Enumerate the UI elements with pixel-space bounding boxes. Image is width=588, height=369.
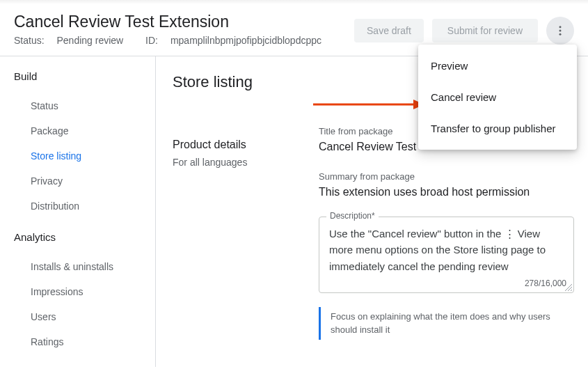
- menu-item-preview[interactable]: Preview: [418, 50, 577, 81]
- description-label: Description*: [326, 211, 379, 221]
- sidebar-item-privacy[interactable]: Privacy: [14, 168, 155, 194]
- save-draft-button[interactable]: Save draft: [354, 19, 424, 42]
- nav-section-analytics: Analytics: [14, 231, 155, 243]
- language-note: For all languages: [173, 157, 291, 168]
- sidebar: Build Status Package Store listing Priva…: [0, 56, 156, 367]
- sidebar-item-impressions[interactable]: Impressions: [14, 279, 155, 304]
- description-hint: Focus on explaining what the item does a…: [319, 307, 574, 340]
- submit-review-button[interactable]: Submit for review: [432, 19, 538, 42]
- menu-item-transfer[interactable]: Transfer to group publisher: [418, 113, 577, 144]
- svg-point-2: [559, 33, 562, 36]
- page-subline: Status: Pending review ID: mpamplilnbpmj…: [14, 35, 354, 46]
- svg-point-0: [559, 26, 562, 28]
- section-title: Store listing: [173, 73, 291, 91]
- sidebar-item-distribution[interactable]: Distribution: [14, 194, 155, 219]
- more-options-button[interactable]: [546, 17, 574, 45]
- description-counter: 278/16,000: [525, 278, 566, 288]
- svg-point-1: [559, 30, 562, 32]
- menu-item-cancel-review[interactable]: Cancel review: [418, 81, 577, 113]
- summary-from-package-label: Summary from package: [319, 171, 574, 182]
- sidebar-item-store-listing[interactable]: Store listing: [14, 143, 155, 168]
- description-value[interactable]: Use the "Cancel review" button in the ⋮ …: [329, 226, 564, 274]
- more-options-menu: Preview Cancel review Transfer to group …: [418, 45, 577, 150]
- summary-from-package-value: This extension uses broad host permissio…: [319, 186, 574, 198]
- description-field[interactable]: Description* Use the "Cancel review" but…: [319, 217, 574, 293]
- nav-section-build: Build: [14, 70, 155, 82]
- annotation-arrow-icon: [313, 97, 424, 111]
- sidebar-item-installs[interactable]: Installs & uninstalls: [14, 254, 155, 279]
- product-details-heading: Product details: [173, 139, 291, 151]
- sidebar-item-package[interactable]: Package: [14, 118, 155, 143]
- sidebar-item-ratings[interactable]: Ratings: [14, 329, 155, 354]
- sidebar-item-status[interactable]: Status: [14, 93, 155, 118]
- page-title: Cancel Review Test Extension: [14, 13, 354, 31]
- more-vert-icon: [554, 24, 566, 37]
- sidebar-item-users[interactable]: Users: [14, 304, 155, 329]
- resize-handle-icon[interactable]: [565, 284, 572, 291]
